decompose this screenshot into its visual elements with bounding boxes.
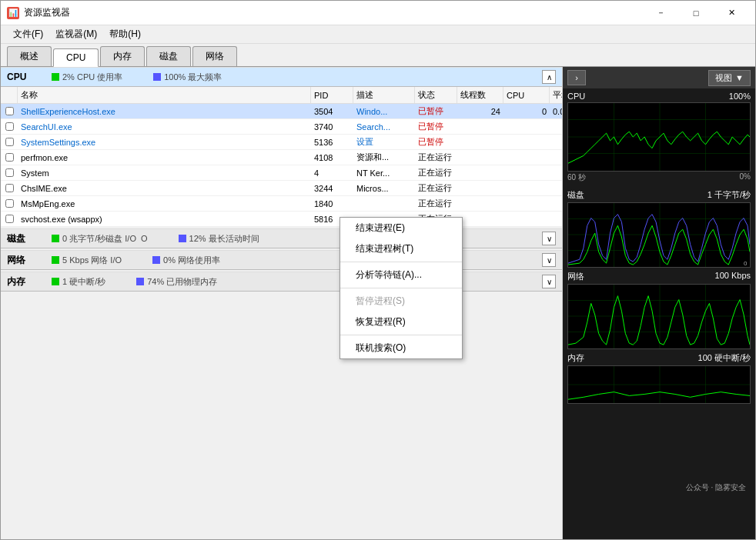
row-desc: Micros... [353,184,415,193]
memory-chart [567,365,751,404]
right-nav-btn[interactable]: › [567,70,586,85]
cpu-chart-section: CPU 100% [563,88,755,186]
row-status: 正在运行 [415,182,457,194]
cpu-expand-btn[interactable]: ∧ [542,70,556,84]
menu-file[interactable]: 文件(F) [7,26,49,42]
row-pid: 3244 [311,184,353,193]
disk-expand-btn[interactable]: ∨ [542,232,556,245]
row-checkbox[interactable] [1,153,18,162]
row-desc: Search... [353,122,415,132]
row-checkbox[interactable] [1,184,18,192]
watermark: 公众号 · 隐雾安全 [686,482,746,493]
cpu-title: CPU [7,72,45,82]
disk-chart-label: 磁盘 1 千字节/秒 [567,189,751,201]
col-threads[interactable]: 线程数 [457,87,503,103]
table-row[interactable]: SystemSettings.exe 5136 设置 已暂停 [1,135,562,150]
row-checkbox[interactable] [1,168,18,177]
network-title: 网络 [7,254,45,267]
row-name: SystemSettings.exe [18,138,311,147]
table-row[interactable]: perfmon.exe 4108 资源和... 正在运行 [1,150,562,165]
memory-status1: 1 硬中断/秒 [52,276,105,288]
cpu-section-header[interactable]: CPU 2% CPU 使用率 100% 最大频率 ∧ [1,67,562,87]
memory-expand-btn[interactable]: ∨ [542,275,556,288]
network-status2-dot [152,256,160,264]
view-button[interactable]: 视图 ▼ [708,70,751,86]
row-desc: Windo... [353,107,415,116]
ctx-analyze-wait[interactable]: 分析等待链(A)... [340,265,462,285]
view-dropdown-icon: ▼ [735,73,744,82]
tab-bar: 概述 CPU 内存 磁盘 网络 [1,44,755,67]
table-row[interactable]: ShellExperienceHost.exe 3504 Windo... 已暂… [1,104,562,119]
memory-chart-label: 内存 100 硬中断/秒 [567,352,751,364]
network-status1: 5 Kbps 网络 I/O [52,255,122,266]
network-expand-btn[interactable]: ∨ [542,253,556,267]
row-status: 已暂停 [415,136,457,148]
table-row[interactable]: ChsIME.exe 3244 Micros... 正在运行 [1,181,562,196]
ctx-end-process[interactable]: 结束进程(E) [340,218,462,238]
disk-chart-section: 磁盘 1 千字节/秒 [563,186,755,268]
network-chart-label: 网络 100 Kbps [567,271,751,282]
table-row[interactable]: svchost.exe (wsappx) 5816 正在运行 [1,212,562,227]
network-section-right: ∨ [542,253,556,267]
memory-section-header[interactable]: 内存 1 硬中断/秒 74% 已用物理内存 ∨ [1,272,562,292]
view-label: 视图 [715,72,732,84]
tab-disk[interactable]: 磁盘 [146,46,191,66]
row-desc: 设置 [353,136,415,148]
ctx-divider1 [340,262,462,262]
disk-title: 磁盘 [7,232,45,245]
row-checkbox[interactable] [1,138,18,146]
col-desc[interactable]: 描述 [353,87,415,103]
ctx-resume-process[interactable]: 恢复进程(R) [340,312,462,332]
tab-network[interactable]: 网络 [192,46,237,66]
row-name: SearchUI.exe [18,122,311,132]
disk-section-header[interactable]: 磁盘 0 兆字节/秒磁盘 I/O O 12% 最长活动时间 ∨ [1,228,562,248]
cpu-chart [567,102,751,172]
row-pid: 4 [311,168,353,178]
row-checkbox[interactable] [1,215,18,223]
tab-memory[interactable]: 内存 [100,46,145,66]
row-name: perfmon.exe [18,153,311,162]
window-title: 资源监视器 [24,6,643,19]
row-checkbox[interactable] [1,199,18,208]
col-name[interactable]: 名称 [18,87,311,103]
maximize-button[interactable]: □ [678,1,714,25]
row-checkbox[interactable] [1,107,18,115]
memory-status2: 74% 已用物理内存 [136,276,217,288]
memory-chart-title: 内存 [567,352,584,364]
cpu-status2: 100% 最大频率 [153,72,222,83]
tab-cpu[interactable]: CPU [53,48,99,67]
table-row[interactable]: System 4 NT Ker... 正在运行 [1,165,562,181]
cpu-status-dot [52,73,59,81]
disk-status2-text: 12% 最长活动时间 [189,233,259,245]
svg-text:0: 0 [744,260,748,267]
table-row[interactable]: SearchUI.exe 3740 Search... 已暂停 [1,119,562,135]
cpu-chart-value: 100% [729,92,751,101]
row-name: svchost.exe (wsappx) [18,215,311,224]
menu-monitor[interactable]: 监视器(M) [49,26,103,42]
table-row[interactable]: MsMpEng.exe 1840 正在运行 [1,196,562,212]
network-section-header[interactable]: 网络 5 Kbps 网络 I/O 0% 网络使用率 ∨ [1,250,562,270]
col-pid[interactable]: PID [311,87,353,103]
cpu-time-left: 60 秒 [567,172,586,183]
window-controls: － □ ✕ [643,1,749,25]
col-cpu[interactable]: CPU [503,87,550,103]
right-panel-header: › 视图 ▼ [563,67,755,88]
row-pid: 4108 [311,153,353,162]
ctx-search-online[interactable]: 联机搜索(O) [340,338,462,358]
cpu-status2-dot [153,73,161,81]
menu-help[interactable]: 帮助(H) [103,26,147,42]
row-status: 已暂停 [415,105,457,117]
row-name: System [18,168,311,178]
tab-overview[interactable]: 概述 [7,46,52,66]
cpu-time-right: 0% [740,172,751,183]
menu-bar: 文件(F) 监视器(M) 帮助(H) [1,25,755,44]
close-button[interactable]: ✕ [714,1,749,25]
row-name: MsMpEng.exe [18,199,311,208]
cpu-chart-title: CPU [567,92,585,101]
row-desc: NT Ker... [353,168,415,178]
ctx-end-process-tree[interactable]: 结束进程树(T) [340,238,462,259]
col-status[interactable]: 状态 [415,87,457,103]
minimize-button[interactable]: － [643,1,678,25]
row-checkbox[interactable] [1,122,18,131]
col-avg[interactable]: 平均 C... [550,87,562,103]
